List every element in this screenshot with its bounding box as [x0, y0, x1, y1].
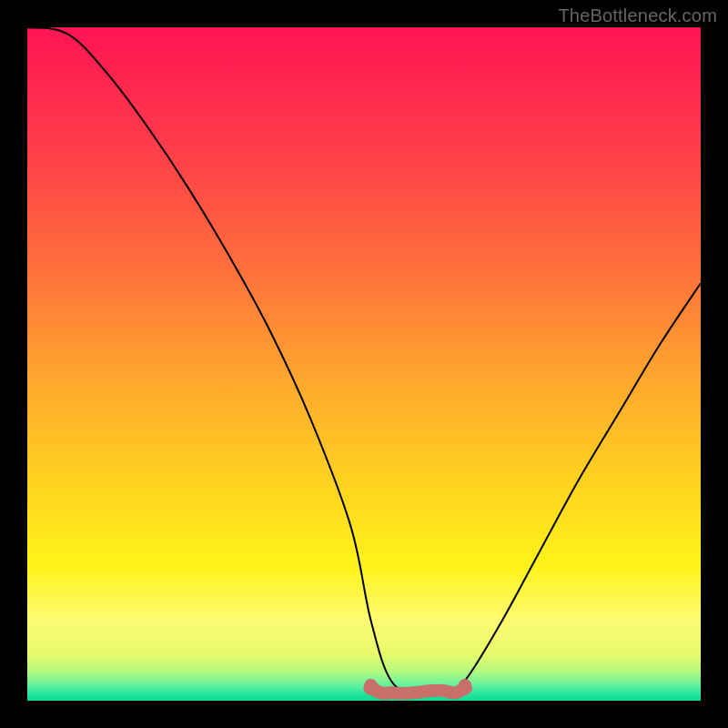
optimal-range-endpoint — [363, 681, 378, 695]
optimal-range-endpoint — [458, 681, 472, 695]
watermark-text: TheBottleneck.com — [558, 5, 717, 26]
bottleneck-chart — [0, 0, 728, 728]
svg-rect-1 — [27, 27, 701, 701]
chart-container: TheBottleneck.com — [0, 0, 728, 728]
